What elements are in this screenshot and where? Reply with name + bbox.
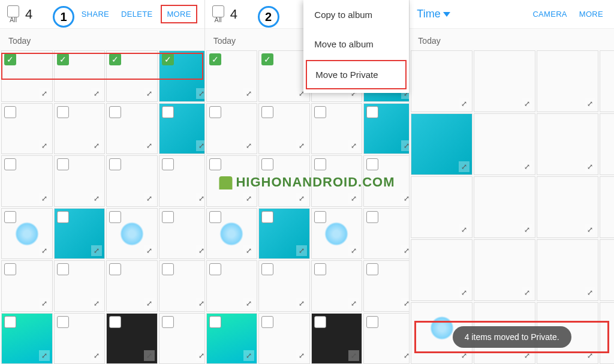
thumb-checkbox[interactable] (366, 263, 378, 275)
thumbnail[interactable]: ⤢ (411, 50, 472, 112)
more-button[interactable]: MORE (576, 7, 607, 21)
select-all-checkbox[interactable] (212, 5, 224, 17)
expand-icon[interactable]: ⤢ (144, 245, 155, 256)
select-all-checkbox[interactable] (7, 5, 19, 17)
thumb-checkbox[interactable] (209, 263, 221, 275)
thumb-checkbox[interactable]: ✓ (57, 53, 69, 65)
thumb-checkbox[interactable] (162, 158, 174, 170)
thumbnail[interactable]: ⤢ (1, 103, 53, 155)
expand-icon[interactable]: ⤢ (144, 298, 155, 309)
thumb-checkbox[interactable] (209, 106, 221, 118)
thumb-checkbox[interactable] (57, 106, 69, 118)
expand-icon[interactable]: ⤢ (348, 350, 359, 361)
thumbnail[interactable]: ⤢ (537, 239, 598, 301)
thumbnail[interactable]: ⤢ (537, 113, 598, 175)
expand-icon[interactable]: ⤢ (243, 245, 254, 256)
expand-icon[interactable]: ⤢ (196, 193, 204, 204)
thumbnail[interactable]: ⤢ (1, 260, 53, 312)
expand-icon[interactable]: ⤢ (459, 224, 469, 235)
thumb-checkbox[interactable] (261, 316, 273, 328)
thumb-checkbox[interactable] (261, 263, 273, 275)
thumb-checkbox[interactable] (109, 211, 121, 223)
expand-icon[interactable]: ⤢ (585, 98, 595, 109)
thumb-checkbox[interactable] (314, 263, 326, 275)
expand-icon[interactable]: ⤢ (39, 298, 50, 309)
thumb-checkbox[interactable] (366, 106, 378, 118)
menu-copy-to-album[interactable]: Copy to album (303, 0, 409, 29)
thumbnail[interactable]: ⤢ (600, 113, 614, 175)
thumbnail[interactable]: ⤢ (106, 313, 158, 365)
expand-icon[interactable]: ⤢ (144, 88, 155, 99)
expand-icon[interactable]: ⤢ (522, 98, 532, 109)
thumb-checkbox[interactable] (162, 263, 174, 275)
thumb-checkbox[interactable] (366, 316, 378, 328)
thumb-checkbox[interactable] (4, 316, 16, 328)
thumb-checkbox[interactable] (109, 263, 121, 275)
expand-icon[interactable]: ⤢ (39, 140, 50, 151)
thumbnail[interactable]: ⤢ (206, 155, 258, 207)
thumbnail[interactable]: ✓⤢ (206, 50, 258, 102)
expand-icon[interactable]: ⤢ (91, 350, 102, 361)
expand-icon[interactable]: ⤢ (401, 350, 410, 361)
expand-icon[interactable]: ⤢ (243, 350, 254, 361)
thumbnail[interactable]: ⤢ (411, 176, 472, 238)
thumb-checkbox[interactable] (57, 263, 69, 275)
thumb-checkbox[interactable] (314, 211, 326, 223)
expand-icon[interactable]: ⤢ (296, 298, 307, 309)
expand-icon[interactable]: ⤢ (196, 350, 204, 361)
expand-icon[interactable]: ⤢ (401, 140, 410, 151)
thumbnail[interactable]: ⤢ (159, 208, 204, 260)
thumb-checkbox[interactable] (4, 263, 16, 275)
thumbnail[interactable]: ⤢ (474, 176, 535, 238)
expand-icon[interactable]: ⤢ (91, 193, 102, 204)
expand-icon[interactable]: ⤢ (144, 350, 155, 361)
thumbnail[interactable]: ⤢ (258, 103, 310, 155)
delete-button[interactable]: DELETE (118, 7, 156, 21)
thumb-checkbox[interactable] (209, 211, 221, 223)
thumb-checkbox[interactable] (4, 106, 16, 118)
thumb-checkbox[interactable] (314, 158, 326, 170)
thumb-checkbox[interactable] (109, 158, 121, 170)
thumbnail[interactable]: ✓⤢ (258, 50, 310, 102)
thumbnail[interactable]: ⤢ (54, 260, 106, 312)
expand-icon[interactable]: ⤢ (39, 350, 50, 361)
thumbnail[interactable]: ⤢ (106, 103, 158, 155)
thumb-checkbox[interactable] (162, 316, 174, 328)
expand-icon[interactable]: ⤢ (243, 140, 254, 151)
thumbnail[interactable]: ⤢ (411, 239, 472, 301)
thumbnail[interactable]: ⤢ (54, 208, 106, 260)
share-button[interactable]: SHARE (78, 7, 113, 21)
thumb-checkbox[interactable] (261, 211, 273, 223)
thumb-checkbox[interactable]: ✓ (4, 53, 16, 65)
thumbnail[interactable]: ⤢ (311, 208, 363, 260)
thumbnail[interactable]: ⤢ (159, 260, 204, 312)
thumbnail[interactable]: ⤢ (54, 155, 106, 207)
thumbnail[interactable]: ✓⤢ (1, 50, 53, 102)
thumb-checkbox[interactable]: ✓ (109, 53, 121, 65)
thumbnail[interactable]: ⤢ (474, 113, 535, 175)
thumbnail[interactable]: ⤢ (363, 260, 409, 312)
expand-icon[interactable]: ⤢ (296, 245, 307, 256)
expand-icon[interactable]: ⤢ (459, 287, 469, 298)
thumbnail[interactable]: ⤢ (54, 313, 106, 365)
thumb-checkbox[interactable] (162, 211, 174, 223)
menu-move-to-album[interactable]: Move to album (303, 29, 409, 59)
thumbnail[interactable]: ✓⤢ (159, 50, 204, 102)
thumbnail[interactable]: ⤢ (106, 260, 158, 312)
thumbnail[interactable]: ⤢ (600, 176, 614, 238)
expand-icon[interactable]: ⤢ (144, 140, 155, 151)
thumbnail[interactable]: ⤢ (106, 155, 158, 207)
thumb-checkbox[interactable] (57, 316, 69, 328)
expand-icon[interactable]: ⤢ (522, 161, 532, 172)
sort-time-dropdown[interactable]: Time (417, 8, 450, 20)
thumbnail[interactable]: ✓⤢ (106, 50, 158, 102)
thumbnail[interactable]: ⤢ (411, 113, 472, 175)
expand-icon[interactable]: ⤢ (522, 287, 532, 298)
thumbnail[interactable]: ⤢ (311, 260, 363, 312)
thumb-checkbox[interactable] (366, 211, 378, 223)
expand-icon[interactable]: ⤢ (91, 245, 102, 256)
thumb-checkbox[interactable] (314, 316, 326, 328)
thumb-checkbox[interactable] (109, 106, 121, 118)
expand-icon[interactable]: ⤢ (296, 140, 307, 151)
thumbnail[interactable]: ⤢ (159, 313, 204, 365)
